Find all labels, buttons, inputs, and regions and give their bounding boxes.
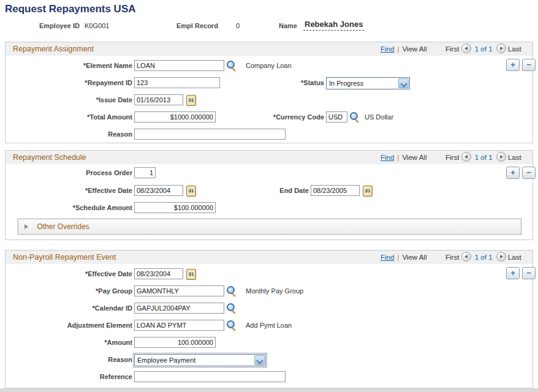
page-title: Request Repayments USA xyxy=(5,3,136,15)
employee-id-label: Employee ID xyxy=(39,21,80,31)
element-name-description: Company Loan xyxy=(246,60,292,72)
process-order-input[interactable] xyxy=(134,167,156,178)
status-dropdown[interactable]: In Progress xyxy=(326,77,410,89)
arrow-left-icon xyxy=(464,155,468,159)
findbar: Find|View All xyxy=(381,151,426,164)
expand-arrow-icon xyxy=(25,224,28,229)
effective-date-label: *Effective Date xyxy=(6,185,132,197)
row-count: 1 of 1 xyxy=(475,45,493,53)
issue-date-input[interactable] xyxy=(134,94,183,105)
repayment-id-label: *Repayment ID xyxy=(6,77,132,89)
calendar-id-input[interactable] xyxy=(134,303,224,314)
amount-label: *Amount xyxy=(6,337,132,349)
nav-separator: | xyxy=(397,154,399,161)
element-name-input[interactable] xyxy=(134,60,224,71)
view-all-link[interactable]: View All xyxy=(402,254,426,261)
status-dropdown-button[interactable] xyxy=(398,78,409,88)
event-effective-date-input[interactable] xyxy=(134,268,183,279)
other-overrides-label: Other Overrides xyxy=(37,219,89,234)
chevron-down-icon xyxy=(256,357,263,364)
section-repayment-schedule: Repayment Schedule Find|View All First 1… xyxy=(5,150,533,240)
section-repayment-assignment: Repayment Assignment Find|View All First… xyxy=(5,42,533,143)
arrow-right-icon xyxy=(500,155,503,159)
event-effective-date-calendar-icon[interactable]: 31 xyxy=(186,269,196,280)
view-all-link[interactable]: View All xyxy=(402,154,426,161)
currency-code-input[interactable] xyxy=(326,111,347,123)
pager: First 1 of 1 Last xyxy=(445,151,521,164)
schedule-amount-input[interactable] xyxy=(134,202,216,213)
currency-code-lookup-icon[interactable] xyxy=(349,111,360,123)
reference-input[interactable] xyxy=(134,371,286,382)
repayment-schedule-header: Repayment Schedule Find|View All First 1… xyxy=(6,151,532,164)
pager: First 1 of 1 Last xyxy=(445,251,521,264)
view-all-link[interactable]: View All xyxy=(402,45,426,53)
pager: First 1 of 1 Last xyxy=(445,42,521,56)
event-reason-dropdown[interactable]: Employee Payment xyxy=(134,354,266,366)
next-row-button[interactable] xyxy=(496,43,506,53)
other-overrides-expander[interactable]: Other Overrides xyxy=(18,219,521,235)
arrow-right-icon xyxy=(500,47,503,50)
reason-input[interactable] xyxy=(134,129,286,140)
prev-row-button[interactable] xyxy=(461,152,471,162)
next-row-button[interactable] xyxy=(496,252,506,262)
adjustment-element-lookup-icon[interactable] xyxy=(226,320,237,331)
repayment-assignment-header: Repayment Assignment Find|View All First… xyxy=(6,42,532,56)
prev-row-button[interactable] xyxy=(461,43,471,53)
arrow-left-icon xyxy=(464,47,468,50)
row-count: 1 of 1 xyxy=(475,254,493,261)
event-reason-dropdown-button[interactable] xyxy=(254,355,265,365)
last-label: Last xyxy=(508,254,521,261)
last-label: Last xyxy=(508,45,521,53)
issue-date-calendar-icon[interactable]: 31 xyxy=(186,95,196,106)
element-name-lookup-icon[interactable] xyxy=(226,60,237,72)
calendar-id-lookup-icon[interactable] xyxy=(226,303,237,314)
nav-separator: | xyxy=(397,254,399,261)
adjustment-element-input[interactable] xyxy=(134,320,224,331)
status-value: In Progress xyxy=(329,78,363,89)
effective-date-input[interactable] xyxy=(134,185,183,196)
non-payroll-event-header: Non-Payroll Repayment Event Find|View Al… xyxy=(6,251,532,264)
currency-description: US Dollar xyxy=(365,111,393,123)
name-value: Rebekah Jones xyxy=(303,20,364,31)
last-label: Last xyxy=(508,154,521,161)
schedule-amount-label: *Schedule Amount xyxy=(6,202,132,214)
event-reason-value: Employee Payment xyxy=(137,355,195,366)
pay-group-input[interactable] xyxy=(134,285,224,296)
page-bottom-strip xyxy=(0,388,538,392)
empl-record-value: 0 xyxy=(236,21,240,31)
end-date-calendar-icon[interactable]: 31 xyxy=(363,186,373,197)
issue-date-label: *Issue Date xyxy=(6,94,132,106)
next-row-button[interactable] xyxy=(496,152,506,162)
pay-group-lookup-icon[interactable] xyxy=(226,285,237,297)
find-link[interactable]: Find xyxy=(381,45,394,53)
currency-code-label: *Currency Code xyxy=(197,111,324,123)
first-label: First xyxy=(445,154,459,161)
event-effective-date-label: *Effective Date xyxy=(6,268,132,280)
find-link[interactable]: Find xyxy=(381,254,394,261)
reference-label: Reference xyxy=(6,371,132,383)
find-link[interactable]: Find xyxy=(381,154,394,161)
arrow-right-icon xyxy=(500,255,503,258)
adjustment-element-description: Add Pymt Loan xyxy=(246,320,292,331)
pay-group-description: Monthly Pay Group xyxy=(246,285,303,297)
nav-separator: | xyxy=(397,45,399,53)
pay-group-label: *Pay Group xyxy=(6,285,132,297)
empl-record-label: Empl Record xyxy=(176,21,218,31)
prev-row-button[interactable] xyxy=(461,252,471,262)
section-title: Repayment Assignment xyxy=(13,42,94,56)
section-title: Repayment Schedule xyxy=(13,151,86,164)
findbar: Find|View All xyxy=(381,42,426,56)
first-label: First xyxy=(445,254,459,261)
arrow-left-icon xyxy=(464,255,468,258)
amount-input[interactable] xyxy=(134,337,216,348)
row-count: 1 of 1 xyxy=(475,154,493,161)
chevron-down-icon xyxy=(400,80,407,87)
element-name-label: *Element Name xyxy=(6,60,132,72)
name-label: Name xyxy=(279,21,297,31)
adjustment-element-label: Adjustment Element xyxy=(6,320,132,331)
end-date-input[interactable] xyxy=(311,185,360,196)
first-label: First xyxy=(445,45,459,53)
section-title: Non-Payroll Repayment Event xyxy=(13,251,116,264)
reason-label: Reason xyxy=(6,129,132,140)
section-non-payroll-repayment-event: Non-Payroll Repayment Event Find|View Al… xyxy=(5,250,533,388)
